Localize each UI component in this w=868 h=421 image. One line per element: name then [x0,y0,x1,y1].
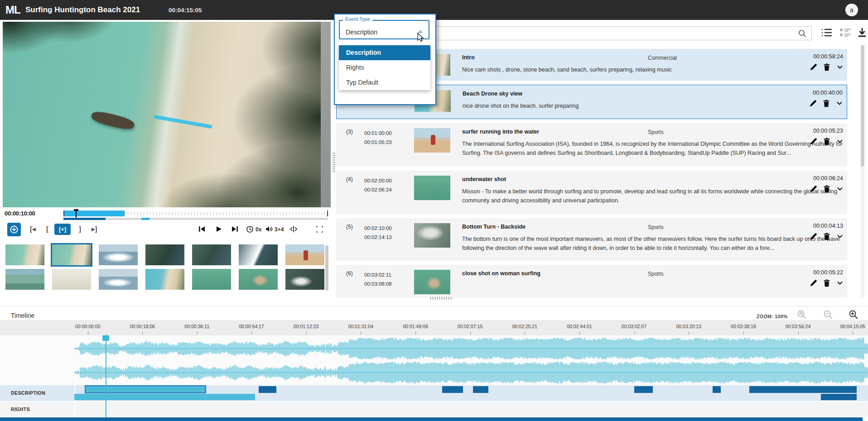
event-row[interactable]: (4)00:02:00:0000:02:06:24underwater shot… [336,171,847,214]
ruler-timecode: 00:03:38:19 [731,320,756,335]
event-title: surfer running into the water [462,129,539,135]
edit-event-button[interactable] [809,100,817,109]
fullscreen-button[interactable] [316,226,323,233]
edit-event-button[interactable] [810,279,817,289]
set-out-button[interactable]: ] [79,225,81,233]
timeline-event-bar[interactable] [74,394,255,400]
event-thumbnail[interactable] [414,223,450,248]
timeline-event-bar[interactable] [259,386,276,393]
delete-event-button[interactable] [823,185,830,195]
expand-event-button[interactable] [836,279,844,289]
event-duration: 00:00:06:24 [813,175,843,182]
event-row[interactable]: (5)00:02:10:0000:02:14:13Bottom Turn - B… [336,218,847,261]
audio-channels-icon[interactable] [265,226,273,232]
delete-event-button[interactable] [823,100,830,109]
set-in-button[interactable]: [ [46,225,48,233]
ruler-timecode: 00:00:18:06 [130,320,155,335]
filmstrip-thumbnail[interactable] [145,269,184,290]
event-category: Sports [648,224,664,230]
event-type-select[interactable]: Description [339,20,429,39]
search-icon[interactable] [798,29,807,40]
edit-event-button[interactable] [810,233,817,242]
video-player[interactable] [3,22,331,207]
expand-event-button[interactable] [836,138,844,147]
filmstrip-thumbnail[interactable] [52,244,91,265]
list-view-button[interactable] [821,27,833,40]
event-category: Sports [648,271,664,277]
timeline-playhead-handle[interactable] [102,335,109,341]
filmstrip-thumbnail[interactable] [192,269,231,290]
expand-event-button[interactable] [836,100,843,109]
shuttle-jog-icon[interactable] [290,226,297,232]
filmstrip-thumbnail[interactable] [285,244,324,265]
event-thumbnail[interactable] [414,128,450,153]
play-button[interactable] [216,226,222,232]
event-timecodes: 00:03:02:1100:03:08:08 [364,270,411,288]
filmstrip-thumbnail[interactable] [99,244,138,265]
event-type-option[interactable]: Rights [339,60,430,75]
vertical-splitter-handle[interactable] [333,152,335,173]
filmstrip-thumbnail[interactable] [52,269,91,290]
edit-event-button[interactable] [810,63,817,73]
timeline-ruler[interactable]: 00:00:00:0000:00:18:0600:00:36:1100:00:5… [0,320,868,335]
ruler-timecode: 00:02:44:01 [567,320,592,335]
timeline-event-bar[interactable] [442,386,463,393]
event-type-option[interactable]: Description [339,45,430,60]
add-marker-button[interactable] [7,223,21,236]
expand-event-button[interactable] [836,185,844,195]
event-row[interactable]: (6)00:03:02:1100:03:08:08close shot on w… [336,265,847,298]
skip-to-start-button[interactable] [198,226,206,232]
media-logger-app: ML Surfing Huntington Beach 2021 00:04:1… [0,0,868,421]
timeline-event-bar[interactable] [473,386,488,393]
goto-in-button[interactable]: [◂ [30,225,36,233]
horizontal-splitter-handle[interactable] [429,297,453,300]
compact-view-button[interactable] [839,27,852,40]
filmstrip-thumbnail[interactable] [99,269,138,290]
ruler-timecode: 00:01:31:04 [348,320,373,335]
event-time-out: 00:02:14:13 [364,233,411,242]
delete-event-button[interactable] [823,233,830,242]
edit-event-button[interactable] [810,185,817,195]
add-event-button[interactable]: [+] [54,224,71,235]
timeline-event-bar[interactable] [85,385,206,393]
seek-substrip [63,218,328,220]
filmstrip-scrollbar[interactable] [325,245,328,291]
filmstrip-thumbnail[interactable] [192,244,231,265]
skip-to-end-button[interactable] [231,226,238,232]
expand-event-button[interactable] [836,233,844,242]
timeline-zoom-label: ZOOM: 100% [757,314,788,319]
delete-event-button[interactable] [823,138,830,147]
event-description: The bottom turn is one of the most impor… [462,234,844,253]
event-type-option[interactable]: Typ Default [339,75,430,90]
filmstrip-thumbnail[interactable] [5,244,44,265]
event-thumbnail[interactable] [414,176,450,200]
filmstrip-thumbnail[interactable] [239,269,278,290]
edit-event-button[interactable] [810,138,817,147]
event-description: The International Surfing Association (I… [462,139,844,158]
event-duration: 00:00:40:00 [813,90,843,96]
seek-playhead[interactable] [76,209,77,218]
filmstrip-thumbnail[interactable] [145,244,184,265]
timeline-event-bar[interactable] [821,394,857,400]
delete-event-button[interactable] [823,279,830,289]
playback-speed-dial-icon[interactable] [246,225,254,233]
filmstrip-thumbnail[interactable] [285,269,324,290]
user-avatar[interactable]: a [845,4,858,16]
event-type-options-list: DescriptionRightsTyp Default [339,45,430,90]
event-row[interactable]: (3)00:01:00:0000:01:05:23surfer running … [336,123,847,167]
event-thumbnail[interactable] [414,270,450,294]
delete-event-button[interactable] [823,63,830,73]
timeline-event-bar[interactable] [634,386,653,393]
filmstrip-thumbnail[interactable] [239,244,278,265]
goto-out-button[interactable]: ▸] [92,225,97,233]
event-list-scrollbar-thumb[interactable] [861,45,864,167]
timeline-event-bar[interactable] [749,386,857,393]
timeline-event-bar[interactable] [713,386,721,393]
ruler-timecode: 00:01:12:23 [294,320,318,335]
filmstrip-thumbnail[interactable] [5,269,44,290]
download-button[interactable] [857,27,867,40]
timeline-horizontal-scrollbar[interactable] [0,417,863,421]
seek-bar[interactable] [63,210,328,216]
expand-event-button[interactable] [836,63,844,73]
audio-waveform [74,336,868,384]
